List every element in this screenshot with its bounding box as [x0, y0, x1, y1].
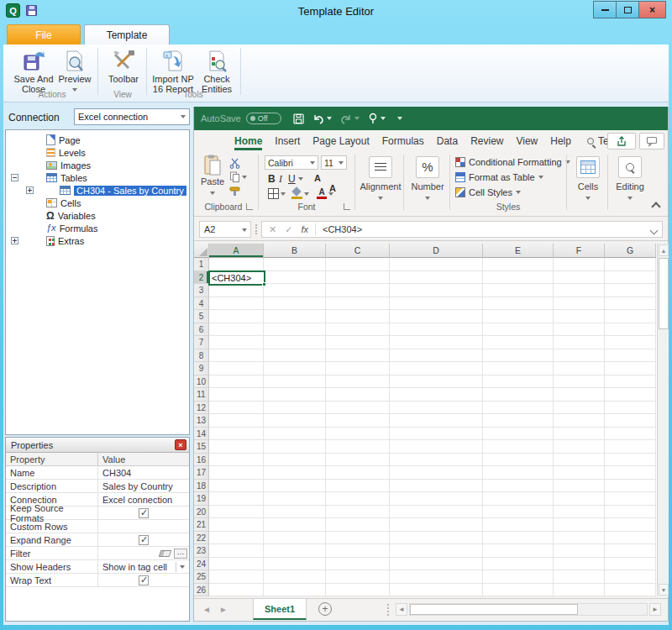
cell-F2[interactable]: [554, 271, 605, 285]
font-size-select[interactable]: 11: [321, 155, 347, 170]
cell-D9[interactable]: [390, 362, 483, 375]
cell-A13[interactable]: [209, 414, 264, 428]
import-np16-report-button[interactable]: x Import NP 16 Report: [150, 46, 197, 94]
cell-F13[interactable]: [554, 414, 605, 428]
cell-G25[interactable]: [605, 570, 656, 584]
scroll-left-icon[interactable]: ◄: [396, 603, 407, 616]
cell-F22[interactable]: [554, 532, 605, 545]
cell-F18[interactable]: [554, 480, 605, 493]
tree-item-tables[interactable]: Tables: [6, 171, 189, 184]
cell-A9[interactable]: [209, 362, 264, 375]
format-painter-button[interactable]: [229, 186, 241, 197]
selected-cell-a2[interactable]: <CH304>: [208, 270, 265, 286]
cell-A23[interactable]: [209, 544, 264, 558]
cell-A3[interactable]: [209, 284, 264, 297]
cell-F14[interactable]: [554, 428, 605, 441]
cell-A4[interactable]: [209, 297, 264, 311]
cell-F15[interactable]: [554, 440, 605, 454]
cell-B8[interactable]: [264, 349, 326, 363]
cell-A7[interactable]: [209, 336, 264, 349]
format-as-table-button[interactable]: Format as Table: [455, 172, 543, 182]
cell-A18[interactable]: [209, 480, 264, 493]
cell-C6[interactable]: [326, 323, 390, 337]
fill-color-button[interactable]: [291, 188, 309, 199]
cell-D3[interactable]: [390, 284, 483, 297]
tree-item-extras[interactable]: Extras: [6, 234, 189, 247]
expand-expander-icon[interactable]: [11, 237, 18, 244]
tree-item-ch304[interactable]: CH304 - Sales by Country: [6, 184, 189, 197]
cell-E24[interactable]: [483, 558, 554, 571]
properties-close-button[interactable]: [175, 439, 186, 450]
tab-template[interactable]: Template: [84, 24, 170, 45]
cell-C10[interactable]: [326, 375, 390, 389]
row-header-21[interactable]: 21: [194, 518, 209, 532]
maximize-button[interactable]: [616, 1, 639, 18]
italic-button[interactable]: I: [279, 173, 282, 186]
cell-B3[interactable]: [264, 284, 326, 297]
cell-G22[interactable]: [605, 532, 656, 545]
insert-function-button[interactable]: fx: [301, 224, 308, 234]
col-header-D[interactable]: D: [390, 244, 483, 258]
bold-button[interactable]: B: [268, 173, 276, 185]
copy-button[interactable]: [229, 171, 247, 182]
name-box[interactable]: A2: [199, 221, 251, 238]
tab-help[interactable]: Help: [550, 130, 571, 151]
cell-F24[interactable]: [554, 558, 605, 571]
cell-D5[interactable]: [390, 310, 483, 323]
cell-C7[interactable]: [326, 336, 390, 349]
cell-C5[interactable]: [326, 310, 390, 323]
cell-F12[interactable]: [554, 402, 605, 415]
cell-A17[interactable]: [209, 466, 264, 480]
cell-G8[interactable]: [605, 349, 656, 363]
cell-A25[interactable]: [209, 570, 264, 584]
underline-button[interactable]: U: [288, 173, 296, 185]
cell-F25[interactable]: [554, 570, 605, 584]
cell-E5[interactable]: [483, 310, 554, 323]
cell-A10[interactable]: [209, 375, 264, 389]
cell-B2[interactable]: [264, 271, 326, 285]
scroll-down-icon[interactable]: ▼: [659, 584, 669, 596]
cell-E7[interactable]: [483, 336, 554, 349]
font-color-button[interactable]: [317, 188, 333, 199]
horizontal-scroll-thumb[interactable]: [410, 604, 578, 615]
cell-G5[interactable]: [605, 310, 656, 323]
previous-sheet-icon[interactable]: ◄: [202, 605, 211, 614]
borders-button[interactable]: [268, 188, 286, 199]
cell-E18[interactable]: [483, 480, 554, 493]
cell-C11[interactable]: [326, 388, 390, 402]
font-name-select[interactable]: Calibri: [265, 155, 318, 170]
horizontal-scrollbar[interactable]: [409, 603, 648, 616]
redo-button[interactable]: [340, 113, 360, 124]
cell-D2[interactable]: [390, 271, 483, 285]
row-header-23[interactable]: 23: [194, 544, 209, 558]
cell-A6[interactable]: [209, 323, 264, 337]
cell-G3[interactable]: [605, 284, 656, 297]
cell-F6[interactable]: [554, 323, 605, 337]
row-header-12[interactable]: 12: [194, 402, 209, 415]
cell-F10[interactable]: [554, 375, 605, 389]
row-header-26[interactable]: 26: [194, 584, 209, 597]
cell-F26[interactable]: [554, 584, 605, 597]
tree-item-images[interactable]: Images: [6, 159, 189, 171]
cell-B26[interactable]: [264, 584, 326, 597]
cell-A8[interactable]: [209, 349, 264, 363]
cell-D13[interactable]: [390, 414, 483, 428]
col-header-G[interactable]: G: [605, 244, 656, 258]
cell-E14[interactable]: [483, 428, 554, 441]
cell-B24[interactable]: [264, 558, 326, 571]
row-header-4[interactable]: 4: [194, 297, 209, 311]
cell-G26[interactable]: [605, 584, 656, 597]
cell-C23[interactable]: [326, 544, 390, 558]
cell-D17[interactable]: [390, 466, 483, 480]
cell-A15[interactable]: [209, 440, 264, 454]
cell-E22[interactable]: [483, 532, 554, 545]
scroll-up-icon[interactable]: ▲: [659, 244, 669, 256]
cell-E17[interactable]: [483, 466, 554, 480]
cell-D25[interactable]: [390, 570, 483, 584]
row-header-20[interactable]: 20: [194, 506, 209, 519]
col-header-A[interactable]: A: [209, 244, 264, 258]
paste-button[interactable]: Paste: [199, 155, 226, 197]
property-value[interactable]: Excel connection: [98, 493, 189, 506]
row-header-6[interactable]: 6: [194, 323, 209, 337]
cell-C12[interactable]: [326, 402, 390, 415]
